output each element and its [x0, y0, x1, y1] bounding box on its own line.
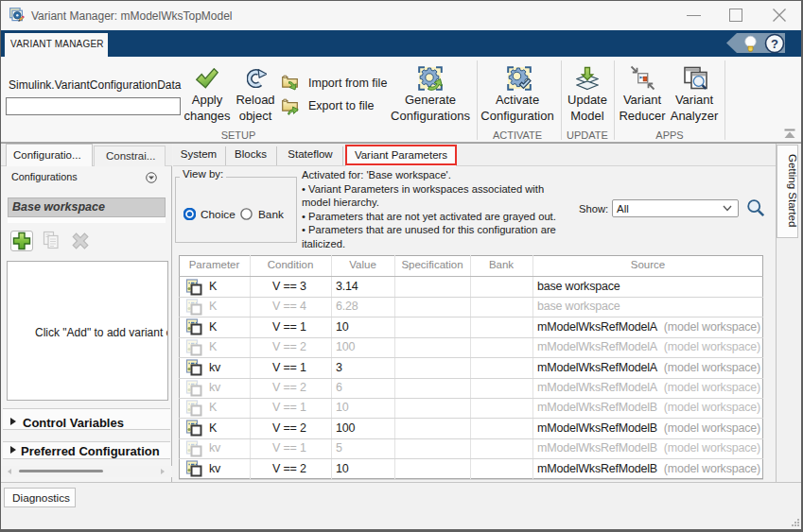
svg-text:?: ?	[771, 37, 778, 51]
